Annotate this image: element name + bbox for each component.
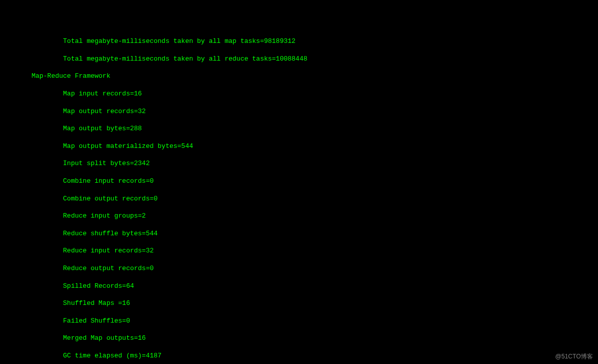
output-line: Reduce output records=0 — [0, 264, 598, 273]
output-line: Input split bytes=2342 — [0, 159, 598, 168]
output-line: Combine output records=0 — [0, 194, 598, 203]
output-line: Map output materialized bytes=544 — [0, 142, 598, 150]
section-header: Map-Reduce Framework — [0, 72, 598, 80]
output-line: Combine input records=0 — [0, 177, 598, 185]
output-line: Merged Map outputs=16 — [0, 334, 598, 342]
output-line: Reduce shuffle bytes=544 — [0, 229, 598, 238]
output-line: Map input records=16 — [0, 89, 598, 98]
output-line: Total megabyte-milliseconds taken by all… — [0, 55, 598, 63]
watermark: @51CTO博客 — [555, 352, 593, 361]
output-line: Shuffled Maps =16 — [0, 299, 598, 307]
output-line: Total megabyte-milliseconds taken by all… — [0, 37, 598, 45]
output-line: Map output bytes=288 — [0, 124, 598, 133]
output-line: Map output records=32 — [0, 107, 598, 116]
output-line: Reduce input groups=2 — [0, 212, 598, 220]
output-line: Failed Shuffles=0 — [0, 317, 598, 325]
output-line: Reduce input records=32 — [0, 246, 598, 255]
output-line: Spilled Records=64 — [0, 282, 598, 290]
output-line: GC time elapsed (ms)=4187 — [0, 351, 598, 360]
